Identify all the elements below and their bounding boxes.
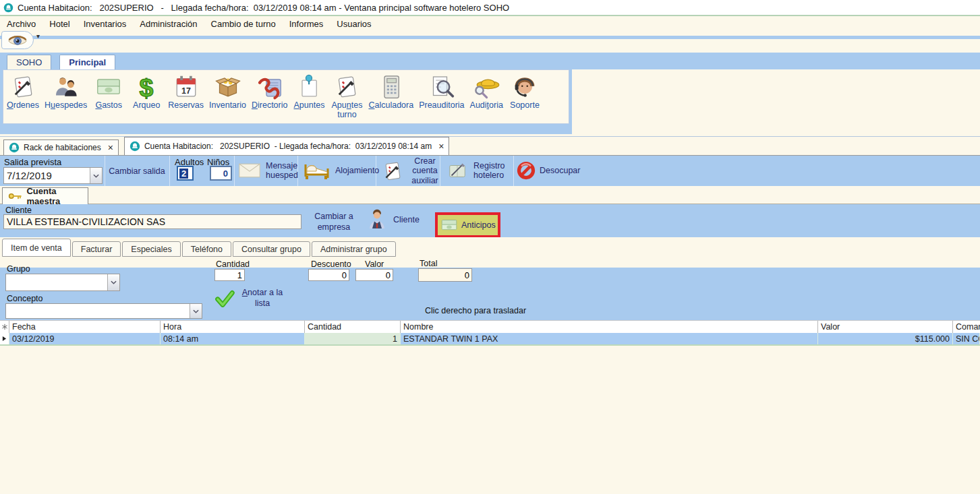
traslado-hint: Clic derecho para trasladar — [425, 306, 526, 315]
cliente-input[interactable] — [3, 214, 301, 229]
anticipos-highlight-box: Anticipos — [435, 212, 500, 238]
menu-item-archivo[interactable]: Archivo — [0, 18, 42, 30]
table-row[interactable]: 03/12/201908:14 am1ESTANDAR TWIN 1 PAX$1… — [0, 333, 980, 344]
ribbon-item-label: Huespedes — [45, 101, 87, 111]
cell-hora: 08:14 am — [161, 333, 305, 344]
ribbon-item-preauditoria[interactable]: Preauditoria — [416, 72, 467, 112]
salida-prevista-select[interactable]: 7/12/2019 — [3, 167, 103, 184]
menu-item-administracion[interactable]: Administración — [133, 18, 204, 30]
valor-label: Valor — [365, 259, 384, 269]
valor-input[interactable] — [355, 269, 393, 281]
close-icon[interactable]: × — [108, 143, 113, 152]
descuento-label: Descuento — [311, 259, 351, 269]
ribbon-item-apuntes-turno[interactable]: Apuntes turno — [328, 72, 366, 121]
tab-administrar-grupo[interactable]: Administrar grupo — [312, 241, 396, 257]
note-pen-icon — [9, 73, 36, 100]
menu-item-usuarios[interactable]: Usuarios — [330, 18, 378, 30]
ribbon-tab-soho[interactable]: SOHO — [7, 55, 51, 69]
menu-item-hotel[interactable]: Hotel — [42, 18, 76, 30]
ribbon-item-ordenes[interactable]: Ordenes — [4, 72, 42, 112]
cliente-button-label: Cliente — [393, 215, 420, 224]
ribbon-item-label: Auditoria — [470, 101, 503, 111]
eye-view-button[interactable] — [1, 31, 34, 49]
ribbon-item-label: Apuntes — [294, 101, 325, 111]
cliente-button[interactable]: Cliente — [366, 209, 420, 230]
tab-especiales[interactable]: Especiales — [122, 241, 180, 257]
app-badge-icon — [9, 142, 20, 153]
column-header-comanc[interactable]: Comanc — [953, 321, 980, 333]
doc-tab-rack-de-habitaciones[interactable]: Rack de habitaciones× — [3, 140, 119, 155]
grupo-dropdown-button[interactable] — [107, 274, 119, 290]
button-desocupar[interactable]: Desocupar — [517, 161, 580, 180]
grupo-select[interactable] — [5, 274, 120, 291]
note-pen-icon — [381, 160, 404, 183]
salida-prevista-value: 7/12/2019 — [4, 170, 90, 181]
cantidad-input[interactable] — [214, 269, 245, 281]
tab-item-de-venta[interactable]: Item de venta — [2, 239, 71, 257]
ribbon-item-label: Calculadora — [368, 101, 413, 111]
column-header-nombre[interactable]: Nombre — [401, 321, 818, 333]
client-band: Cliente Cambiar a empresa Cliente Antici… — [0, 204, 980, 237]
menu-item-informes[interactable]: Informes — [283, 18, 330, 30]
anticipos-button[interactable]: Anticipos — [438, 215, 498, 235]
cambiar-a-empresa-button[interactable]: Cambiar a empresa — [306, 212, 362, 233]
ninos-input[interactable]: 0 — [210, 166, 232, 181]
concepto-dropdown-button[interactable] — [190, 304, 202, 318]
tab-telefono[interactable]: Teléfono — [182, 241, 231, 257]
button-mensaje-huesped[interactable]: Mensaje huesped — [237, 161, 303, 181]
ribbon-panel: OrdenesHuespedesGastosArqueoReservasInve… — [3, 69, 569, 124]
app-badge-icon — [3, 3, 13, 13]
ribbon-item-apuntes[interactable]: Apuntes — [290, 72, 328, 112]
descuento-input[interactable] — [308, 269, 349, 281]
tab-facturar[interactable]: Facturar — [72, 241, 121, 257]
tab-cuenta-maestra[interactable]: Cuenta maestra — [2, 187, 88, 204]
table-body: 03/12/201908:14 am1ESTANDAR TWIN 1 PAX$1… — [0, 333, 980, 344]
cambiar-salida-button[interactable]: Cambiar salida — [107, 166, 167, 176]
ribbon-zone: OrdenesHuespedesGastosArqueoReservasInve… — [0, 69, 572, 134]
group-separator — [169, 156, 170, 186]
doc-tab-cuenta-habitacion-202superio-llegada-fecha[interactable]: Cuenta Habitacion: 202SUPERIO - Llegada … — [124, 137, 449, 155]
ribbon-item-label: Apuntes turno — [332, 101, 363, 120]
ribbon-item-gastos[interactable]: Gastos — [90, 72, 127, 112]
ribbon-item-soporte[interactable]: Soporte — [506, 72, 544, 112]
menu-item-cambio-de-turno[interactable]: Cambio de turno — [204, 18, 283, 30]
adultos-input[interactable]: 2 — [177, 166, 194, 181]
tab-consultar-grupo[interactable]: Consultar grupo — [233, 241, 310, 257]
close-icon[interactable]: × — [438, 142, 444, 151]
anotar-a-la-lista-button[interactable]: Anotar a la lista — [213, 288, 285, 309]
button-crear-cuenta-auxiliar[interactable]: Crear cuenta auxiliar — [381, 156, 442, 185]
column-header-hora[interactable]: Hora — [161, 321, 305, 333]
ribbon-tab-row: SOHOPrincipal — [0, 53, 980, 69]
ribbon-item-label: Reservas — [168, 101, 204, 111]
column-header-valor[interactable]: Valor — [818, 321, 953, 333]
button-registro-hotelero[interactable]: Registro hotelero — [445, 160, 513, 181]
ribbon-item-inventario[interactable]: Inventario — [206, 72, 249, 112]
money-icon — [95, 73, 122, 100]
ribbon-item-auditoria[interactable]: Auditoria — [467, 72, 506, 112]
concepto-label: Concepto — [7, 294, 43, 303]
ribbon-item-huespedes[interactable]: Huespedes — [42, 72, 90, 112]
ribbon-item-label: Directorio — [252, 101, 288, 111]
ribbon-item-calculadora[interactable]: Calculadora — [366, 72, 416, 112]
button-label: Mensaje huesped — [266, 161, 303, 181]
button-label: Desocupar — [540, 166, 580, 175]
column-header-cantidad[interactable]: Cantidad — [305, 321, 401, 333]
salida-dropdown-button[interactable] — [90, 168, 102, 183]
dollar-icon — [133, 73, 160, 100]
total-input[interactable] — [418, 268, 472, 282]
account-tab-label: Cuenta maestra — [26, 186, 88, 206]
ribbon-tab-principal[interactable]: Principal — [59, 55, 115, 69]
concepto-select[interactable] — [5, 303, 202, 319]
column-header-fecha[interactable]: Fecha — [9, 321, 161, 333]
chevron-down-icon — [193, 309, 199, 313]
box-icon — [214, 73, 241, 100]
toolbar-dropdown-caret[interactable]: ▾ — [36, 32, 40, 40]
group-separator — [105, 156, 105, 186]
menu-item-inventarios[interactable]: Inventarios — [77, 18, 134, 30]
ribbon-item-reservas[interactable]: Reservas — [165, 72, 206, 112]
envelope-icon — [237, 162, 262, 179]
venta-tab-row: Item de ventaFacturarEspecialesTeléfonoC… — [0, 237, 980, 257]
ribbon-item-arqueo[interactable]: Arqueo — [127, 72, 165, 112]
button-alojamiento[interactable]: Alojamiento — [301, 160, 379, 181]
ribbon-item-directorio[interactable]: Directorio — [249, 72, 291, 112]
